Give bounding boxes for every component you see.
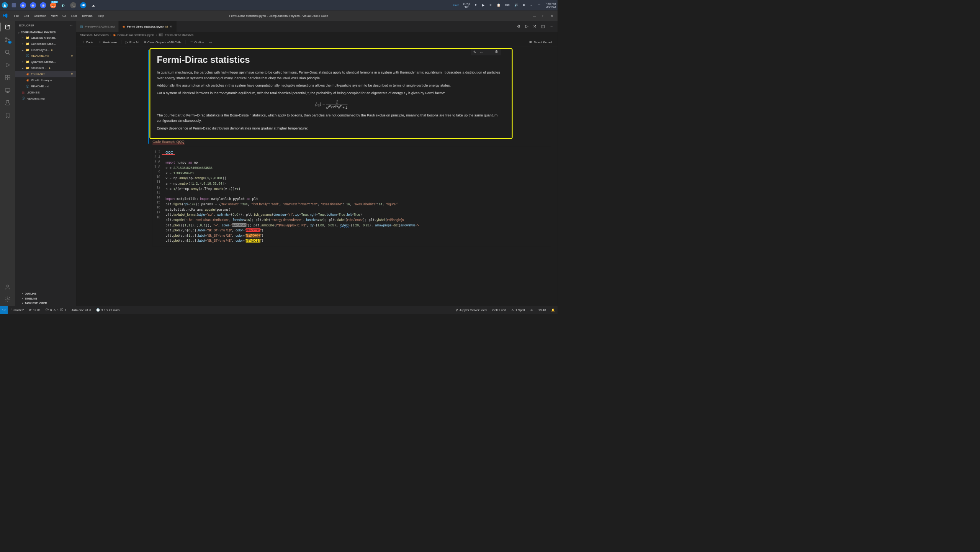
select-kernel-button[interactable]: ⊞Select Kernel	[529, 40, 555, 44]
remote-indicator[interactable]	[0, 306, 8, 314]
run-debug-icon[interactable]	[4, 61, 11, 68]
browser2-icon[interactable]: ◉	[40, 2, 46, 8]
menu-selection[interactable]: Selection	[31, 13, 48, 18]
extensions-icon[interactable]	[4, 74, 11, 81]
menu-help[interactable]: Help	[96, 13, 106, 18]
telegram-tray-icon[interactable]: ✈	[489, 3, 492, 7]
taskbar-app2-icon[interactable]: ◐	[60, 2, 66, 8]
intel-indicator: intel	[453, 3, 458, 7]
problems-indicator[interactable]: ⓧ 0 ⚠ 1 ⓘ 1	[43, 306, 69, 314]
search-icon[interactable]	[4, 49, 11, 56]
folder-classical[interactable]: ›📁Classical Mechan...	[15, 34, 76, 41]
more-icon[interactable]: ⋯	[70, 24, 72, 27]
clear-outputs-button[interactable]: ≡ Clear Outputs of All Cells	[142, 39, 183, 45]
clipboard-tray-icon[interactable]: 📋	[497, 3, 501, 7]
feedback-icon[interactable]: ☺	[527, 308, 536, 311]
remote-explorer-icon[interactable]	[4, 87, 11, 93]
file-fermi[interactable]: ◉Fermi-Dira...M	[15, 71, 76, 77]
workspace-header[interactable]: ⌄COMPUTATIONAL PHYSICS	[15, 31, 76, 34]
menu-go[interactable]: Go	[60, 13, 69, 18]
folder-condensed[interactable]: ›📁Condensed Matt...	[15, 41, 76, 47]
clock[interactable]: 7:48 PM2/24/22	[545, 2, 556, 8]
file-license[interactable]: ⚖LICENSE	[15, 89, 76, 95]
gpu-indicator: GPU45°	[463, 2, 470, 8]
editor-group: ▤Preview README.md ◉Fermi-Dirac statisti…	[76, 21, 558, 306]
upload-icon[interactable]: ⬆	[474, 3, 477, 7]
task-explorer-section[interactable]: ›TASK EXPLORER	[15, 301, 76, 306]
breadcrumb[interactable]: Statistical Mechanics› ◉Fermi-Dirac stat…	[76, 32, 558, 38]
jupyter-server[interactable]: ⚲ Jupyter Server: local	[453, 308, 489, 311]
keyboard-tray-icon[interactable]: ⌨	[505, 3, 509, 7]
outline-button[interactable]: ☰ Outline	[188, 39, 206, 45]
timeline-section[interactable]: ›TIMELINE	[15, 296, 76, 301]
maximize-icon[interactable]: ◻	[542, 14, 545, 17]
chevron-down-icon[interactable]: ⌄	[530, 3, 533, 7]
menu-view[interactable]: View	[49, 13, 60, 18]
explorer-title: EXPLORER	[19, 24, 34, 27]
chromium-icon[interactable]: ◉	[20, 2, 26, 8]
run-all-button[interactable]: ▷ Run All	[124, 39, 141, 45]
nb-more-icon[interactable]: ⋯	[207, 39, 214, 45]
diff-icon[interactable]: ⤭	[533, 24, 537, 29]
vscode-taskbar-icon[interactable]	[80, 2, 86, 8]
notebook-body[interactable]: ✎ ▭ ⋯ 🗑 Fermi-Dirac statistics In quantu…	[76, 46, 558, 306]
svg-rect-4	[5, 75, 7, 77]
tab-close-icon[interactable]: ✕	[170, 25, 172, 28]
folder-quantum[interactable]: ›📁Quantum Mecha...	[15, 59, 76, 65]
taskbar-app3-icon[interactable]: ☁	[90, 2, 97, 8]
add-markdown-button[interactable]: ＋ Markdown	[96, 39, 119, 45]
file-readme-root[interactable]: ⓘREADME.md	[15, 95, 76, 102]
git-branch[interactable]: ᚶ master*	[8, 306, 26, 314]
minimize-icon[interactable]: —	[533, 14, 536, 17]
firefox-icon[interactable]: 🦊6,999	[50, 2, 56, 8]
heading: Fermi-Dirac statistics	[157, 55, 506, 65]
code-cell[interactable]: 1 2 3 4 5 6 7 8 9 10 11 12 13 14 15 16 1…	[152, 147, 551, 247]
run-above-icon[interactable]: ▷	[525, 24, 528, 29]
spell-indicator[interactable]: ⚠ 1 Spell	[509, 308, 527, 311]
outline-section[interactable]: ›OUTLINE	[15, 292, 76, 296]
git-sync[interactable]: ⟳ 1↓ 0↑	[27, 306, 43, 314]
svg-point-10	[7, 298, 8, 300]
menu-file[interactable]: File	[12, 13, 21, 18]
volume-tray-icon[interactable]: 🔊	[514, 3, 518, 7]
folder-stat[interactable]: ⌄📂Statistical ...●	[15, 65, 76, 71]
settings-gear-icon[interactable]: ⚙	[517, 24, 520, 29]
taskbar-app-icon[interactable]	[12, 3, 16, 7]
paragraph: The counterpart to Fermi–Dirac statistic…	[157, 113, 506, 123]
menu-run[interactable]: Run	[69, 13, 79, 18]
bookmark-icon[interactable]	[4, 112, 11, 119]
testing-icon[interactable]	[4, 99, 11, 106]
app-launcher-icon[interactable]	[2, 2, 8, 8]
terminal-icon[interactable]: ›_	[70, 2, 76, 8]
markdown-cell[interactable]: Fermi-Dirac statistics In quantum mechan…	[152, 50, 509, 137]
gear-icon[interactable]	[4, 296, 11, 303]
menu-terminal[interactable]: Terminal	[80, 13, 95, 18]
add-code-button[interactable]: ＋ Code	[79, 39, 95, 45]
close-icon[interactable]: ✕	[551, 14, 553, 17]
file-readme-electro[interactable]: ⓘREADME.mdM	[15, 53, 76, 59]
tab-more-icon[interactable]: ⋯	[550, 24, 553, 29]
account-icon[interactable]	[4, 283, 11, 290]
svg-point-1	[5, 41, 7, 42]
tab-fermi[interactable]: ◉Fermi-Dirac statistics.ipynbM✕	[119, 21, 177, 32]
explorer-icon[interactable]	[4, 23, 11, 30]
julia-env[interactable]: Julia env: v1.6	[69, 306, 94, 314]
status-time: 19:48	[536, 308, 549, 311]
time-tracker[interactable]: 🕐 3 hrs 22 mins	[93, 306, 122, 314]
code-content[interactable]: QQQ import numpy as np e = 2.71828182845…	[152, 147, 551, 247]
notebook-toolbar: ＋ Code ＋ Markdown ▷ Run All ≡ Clear Outp…	[76, 38, 558, 46]
tab-readme[interactable]: ▤Preview README.md	[76, 21, 119, 32]
split-editor-icon[interactable]: ◫	[541, 24, 545, 29]
play-tray-icon[interactable]: ▶	[482, 3, 484, 7]
menu-tray-icon[interactable]: ☰	[538, 3, 540, 7]
cell-position[interactable]: Cell 1 of 6	[490, 308, 509, 311]
notification-bell-icon[interactable]: 🔔	[548, 308, 557, 311]
scm-icon[interactable]: 2	[4, 36, 11, 43]
menu-edit[interactable]: Edit	[21, 13, 31, 18]
bluetooth-tray-icon[interactable]: ✱	[523, 3, 525, 7]
file-kinetic[interactable]: ◉Kinetic theory o...	[15, 77, 76, 83]
paragraph: Energy dependence of Fermi-Dirac distrib…	[157, 126, 506, 131]
folder-electro[interactable]: ⌄📂Electrodyna...●	[15, 47, 76, 53]
file-readme-stat[interactable]: ⓘREADME.md	[15, 83, 76, 89]
browser-icon[interactable]: ◉	[30, 2, 36, 8]
